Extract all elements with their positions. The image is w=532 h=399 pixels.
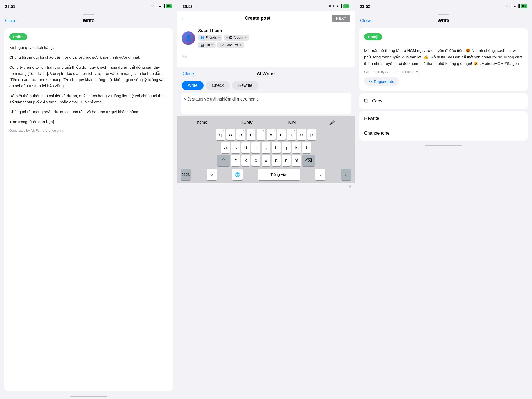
actions-group: Rewrite Change tone bbox=[359, 111, 528, 141]
battery-1: 85 bbox=[166, 4, 172, 8]
tab-write[interactable]: Write bbox=[182, 81, 204, 90]
wifi-icon-3: ▲ bbox=[513, 4, 516, 8]
key-s[interactable]: s bbox=[231, 142, 240, 153]
key-q[interactable]: 1q bbox=[216, 129, 225, 140]
nav-bar-3: Close Write bbox=[355, 16, 532, 25]
signal-icon-2: ▐ bbox=[340, 4, 342, 8]
generated-note-3: Generated by AI. For reference only. bbox=[364, 70, 523, 74]
paragraph-1-0: Kính gửi quý khách hàng, bbox=[9, 44, 168, 51]
bottom-handle-3 bbox=[425, 145, 462, 146]
key-h[interactable]: h bbox=[272, 142, 281, 153]
bluetooth-icon-1: ✦ bbox=[155, 4, 157, 8]
tab-row: Write Check Rewrite bbox=[177, 79, 355, 93]
network-icon-1: ✕ bbox=[151, 4, 154, 8]
back-button[interactable]: ‹ bbox=[182, 15, 183, 22]
user-name: Xuân Thành bbox=[198, 28, 249, 33]
wifi-icon-1: ▲ bbox=[158, 4, 162, 8]
ai-label-chip[interactable]: + AI label off ▼ bbox=[217, 42, 244, 48]
key-e[interactable]: 3e bbox=[236, 129, 245, 140]
suggestion-3[interactable]: HCM bbox=[283, 119, 299, 127]
copy-action-card[interactable]: ⧉ Copy bbox=[359, 93, 528, 109]
tab-rewrite[interactable]: Rewrite bbox=[232, 81, 258, 90]
key-f[interactable]: f bbox=[251, 142, 260, 153]
kb-row-2: a s d f g h j k l bbox=[178, 142, 354, 153]
create-post-title: Create post bbox=[245, 16, 270, 21]
screen-write-emoji: 23:52 ✕ ✦ ▲ ▐ 85 Close Write Emoji Mê mẩ… bbox=[355, 0, 532, 399]
key-z[interactable]: z bbox=[231, 155, 240, 166]
key-g[interactable]: g bbox=[262, 142, 270, 153]
key-i[interactable]: 8i bbox=[287, 129, 296, 140]
user-info: 👤 Xuân Thành 👥 Friends ▼ + 🖼 Album ▼ bbox=[177, 25, 355, 51]
generated-note-1: Generated by AI. For reference only. bbox=[9, 129, 168, 132]
network-icon-3: ✕ bbox=[506, 4, 509, 8]
status-icons-2: ✕ ✦ ▲ ▐ 85 bbox=[329, 4, 349, 8]
key-x[interactable]: x bbox=[241, 155, 250, 166]
suggestion-2[interactable]: HCMC bbox=[237, 119, 256, 127]
signal-icon-3: ▐ bbox=[517, 4, 520, 8]
key-shift[interactable]: ⇧ bbox=[217, 155, 230, 166]
close-button-1[interactable]: Close bbox=[5, 18, 16, 23]
ai-writer-modal: Close AI Writer Write Check Rewrite viết… bbox=[177, 67, 355, 116]
bluetooth-icon-3: ✦ bbox=[510, 4, 512, 8]
key-l[interactable]: l bbox=[302, 142, 311, 153]
close-button-3[interactable]: Close bbox=[360, 18, 371, 23]
content-text-1: Kính gửi quý khách hàng, Chúng tôi xin g… bbox=[9, 44, 168, 125]
key-a[interactable]: a bbox=[221, 142, 230, 153]
key-return[interactable]: ↵ bbox=[341, 169, 351, 180]
tab-check[interactable]: Check bbox=[206, 81, 230, 90]
rewrite-item[interactable]: Rewrite bbox=[359, 111, 528, 126]
result-text: Mê mẩn hệ thống Metro HCM ngay từ chuyến… bbox=[364, 48, 523, 67]
key-t[interactable]: 5t bbox=[257, 129, 265, 140]
kb-row-3: ⇧ z x c v b n m ⌫ bbox=[178, 155, 354, 166]
key-globe[interactable]: 🌐 bbox=[232, 169, 243, 180]
suggestion-1[interactable]: hcmc bbox=[194, 119, 210, 127]
album-chip[interactable]: + 🖼 Album ▼ bbox=[224, 35, 249, 41]
friends-chip[interactable]: 👥 Friends ▼ bbox=[198, 35, 222, 41]
status-icons-1: ✕ ✦ ▲ ▐ 85 bbox=[151, 4, 172, 8]
status-bar-1: 23:51 ✕ ✦ ▲ ▐ 85 bbox=[0, 0, 177, 11]
ai-input-text: viết status về trải nghiệm đi metro hcmc bbox=[184, 97, 258, 101]
key-num[interactable]: ?123 bbox=[181, 169, 191, 180]
key-y[interactable]: 6y bbox=[267, 129, 276, 140]
regenerate-button[interactable]: ↻ Regenerate bbox=[364, 77, 399, 86]
key-p[interactable]: 0p bbox=[307, 129, 316, 140]
status-time-1: 23:51 bbox=[5, 4, 15, 9]
ai-writer-close[interactable]: Close bbox=[183, 71, 194, 76]
key-j[interactable]: j bbox=[282, 142, 291, 153]
key-v[interactable]: v bbox=[262, 155, 270, 166]
polite-tag: Polite bbox=[9, 33, 27, 40]
paragraph-1-2: Công ty chúng tôi xin trân trọng giới th… bbox=[9, 64, 168, 89]
ai-writer-title: AI Writer bbox=[257, 71, 275, 76]
change-tone-item[interactable]: Change tone bbox=[359, 126, 528, 141]
status-bar-3: 23:52 ✕ ✦ ▲ ▐ 85 bbox=[355, 0, 532, 11]
ai-input-area[interactable]: viết status về trải nghiệm đi metro hcmc bbox=[181, 93, 351, 114]
key-spacebar[interactable]: Tiếng Việt bbox=[258, 169, 300, 180]
key-b[interactable]: b bbox=[272, 155, 281, 166]
instagram-chip[interactable]: 📷 Off ▼ bbox=[198, 42, 216, 48]
post-input-area[interactable]: Aa bbox=[177, 51, 355, 67]
controls-row-2: 📷 Off ▼ + AI label off ▼ bbox=[198, 42, 249, 48]
key-backspace[interactable]: ⌫ bbox=[302, 155, 315, 166]
key-d[interactable]: d bbox=[241, 142, 250, 153]
emoji-tag: Emoji bbox=[364, 33, 382, 40]
bottom-handle-1 bbox=[70, 396, 107, 397]
key-o[interactable]: 9o bbox=[297, 129, 306, 140]
key-c[interactable]: c bbox=[251, 155, 260, 166]
result-card: Emoji Mê mẩn hệ thống Metro HCM ngay từ … bbox=[359, 28, 528, 91]
key-k[interactable]: k bbox=[292, 142, 301, 153]
key-period[interactable]: . bbox=[315, 169, 325, 180]
key-emoji[interactable]: ☺ bbox=[207, 169, 217, 180]
paragraph-1-3: Để biết thêm thông tin chi tiết về dự án… bbox=[9, 93, 168, 105]
key-n[interactable]: n bbox=[282, 155, 291, 166]
screen-write-polite: 23:51 ✕ ✦ ▲ ▐ 85 Close Write Polite Kính… bbox=[0, 0, 177, 399]
handle-bar-3 bbox=[438, 14, 449, 15]
key-w[interactable]: 2w bbox=[226, 129, 235, 140]
copy-icon: ⧉ bbox=[364, 98, 368, 104]
create-post-header: ‹ Create post NEXT bbox=[177, 11, 355, 25]
next-button[interactable]: NEXT bbox=[332, 15, 350, 22]
paragraph-1-1: Chúng tôi xin gửi lời chào trân trọng và… bbox=[9, 54, 168, 61]
key-u[interactable]: 7u bbox=[277, 129, 286, 140]
mic-icon[interactable]: 🎤 bbox=[326, 119, 338, 127]
key-m[interactable]: m bbox=[292, 155, 301, 166]
key-r[interactable]: 4r bbox=[247, 129, 255, 140]
